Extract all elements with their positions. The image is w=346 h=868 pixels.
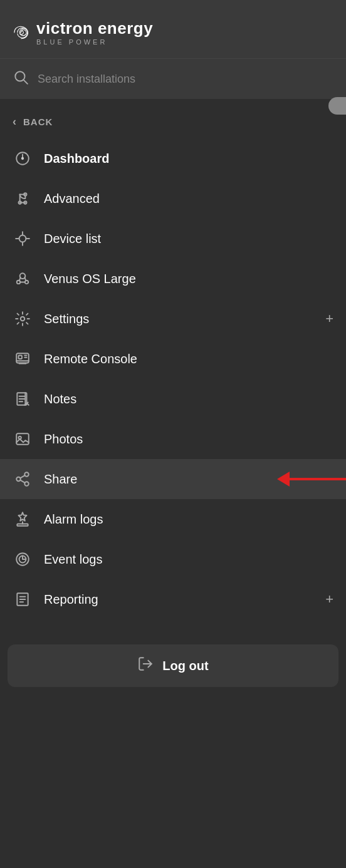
back-button[interactable]: ‹ BACK — [0, 105, 346, 138]
venus-icon — [13, 269, 33, 289]
sidebar-item-event-logs[interactable]: Event logs — [0, 539, 346, 579]
dashboard-icon — [13, 148, 33, 168]
photos-label: Photos — [44, 432, 333, 447]
navigation: ‹ BACK Dashboard Adva — [0, 99, 346, 626]
event-icon — [13, 549, 33, 569]
device-list-icon — [13, 229, 33, 249]
alarm-icon — [13, 509, 33, 529]
event-logs-label: Event logs — [44, 552, 333, 567]
avatar — [328, 97, 346, 115]
alarm-logs-label: Alarm logs — [44, 512, 333, 527]
venus-os-label: Venus OS Large — [44, 272, 333, 286]
advanced-label: Advanced — [44, 192, 333, 206]
advanced-icon — [13, 189, 33, 209]
brand-sub: BLUE POWER — [36, 38, 153, 46]
reporting-label: Reporting — [44, 592, 314, 607]
settings-plus-icon: + — [325, 311, 333, 327]
sidebar-item-photos[interactable]: Photos — [0, 419, 346, 459]
svg-point-10 — [19, 235, 26, 242]
reporting-plus-icon: + — [325, 591, 333, 607]
notes-label: Notes — [44, 392, 333, 406]
sidebar-item-dashboard[interactable]: Dashboard — [0, 138, 346, 178]
svg-rect-36 — [17, 524, 28, 526]
back-label: BACK — [23, 116, 53, 127]
search-icon — [13, 69, 29, 89]
svg-line-33 — [20, 480, 24, 483]
svg-line-34 — [20, 475, 24, 478]
settings-label: Settings — [44, 312, 314, 326]
svg-line-14 — [19, 277, 21, 281]
logout-label: Log out — [162, 659, 208, 673]
svg-point-17 — [21, 317, 25, 321]
photos-icon — [13, 429, 33, 449]
sidebar-item-notes[interactable]: Notes — [0, 379, 346, 419]
svg-point-3 — [21, 157, 24, 160]
sidebar-item-share[interactable]: Share — [0, 459, 346, 499]
sidebar-item-remote-console[interactable]: Remote Console — [0, 339, 346, 379]
search-input[interactable] — [38, 73, 333, 86]
logout-power-icon — [137, 656, 154, 676]
search-bar[interactable] — [0, 58, 346, 99]
sidebar-item-settings[interactable]: Settings + — [0, 299, 346, 339]
remote-console-label: Remote Console — [44, 352, 333, 366]
reporting-icon — [13, 589, 33, 609]
sidebar-item-advanced[interactable]: Advanced — [0, 178, 346, 219]
notes-icon — [13, 389, 33, 409]
logo-text: victron energy BLUE POWER — [36, 19, 153, 46]
sidebar-item-device-list[interactable]: Device list — [0, 219, 346, 259]
svg-rect-21 — [19, 356, 22, 359]
sidebar-item-venus-os[interactable]: Venus OS Large — [0, 259, 346, 299]
svg-line-1 — [24, 80, 28, 84]
sidebar-item-reporting[interactable]: Reporting + — [0, 579, 346, 619]
back-arrow-icon: ‹ — [13, 115, 17, 128]
logo: victron energy BLUE POWER — [13, 19, 153, 46]
settings-icon — [13, 309, 33, 329]
share-icon — [13, 469, 33, 489]
victron-logo-icon — [13, 24, 29, 41]
dashboard-label: Dashboard — [44, 152, 333, 166]
remote-icon — [13, 349, 33, 369]
svg-line-15 — [24, 277, 26, 281]
brand-name: victron energy — [36, 19, 153, 38]
svg-rect-28 — [16, 433, 29, 444]
sidebar-item-alarm-logs[interactable]: Alarm logs — [0, 499, 346, 539]
header: victron energy BLUE POWER — [0, 0, 346, 58]
device-list-label: Device list — [44, 232, 333, 246]
logout-button[interactable]: Log out — [8, 644, 338, 687]
share-label: Share — [44, 472, 333, 487]
